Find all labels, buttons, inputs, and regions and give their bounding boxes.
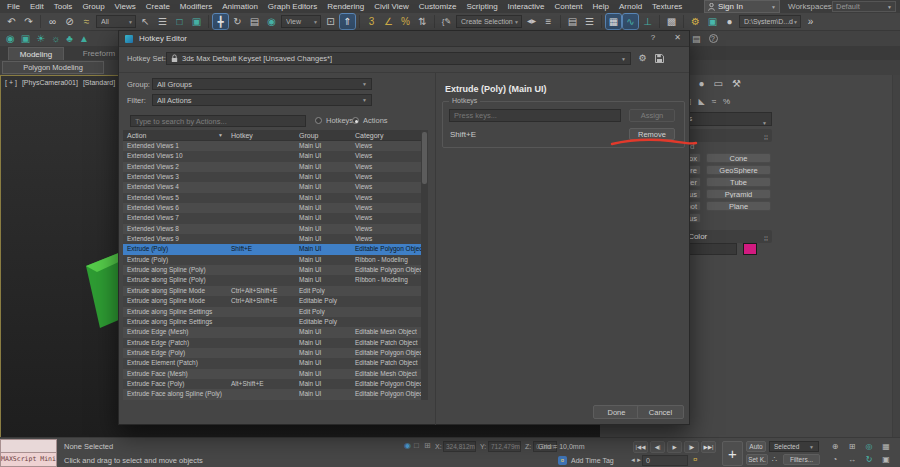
cameras-shortcut-icon[interactable]: ◉ (6, 33, 15, 44)
primitive-button-tube[interactable]: Tube (706, 177, 771, 187)
table-row[interactable]: Extrude Face (Mesh)Main UIEditable Mesh … (123, 369, 421, 379)
menu-item-views[interactable]: Views (110, 0, 141, 13)
primitive-button-cone[interactable]: Cone (706, 153, 771, 163)
remove-button[interactable]: Remove (629, 128, 675, 140)
previous-frame-button[interactable]: ◀| (650, 441, 665, 453)
motion-panel-icon[interactable]: ● (698, 78, 704, 89)
menu-item-rendering[interactable]: Rendering (322, 0, 369, 13)
maximize-viewport-icon[interactable]: ▣ (878, 454, 894, 466)
toolbar-overflow-icon[interactable]: » (803, 14, 818, 29)
project-folder-dropdown[interactable]: D:\System\D...ds Max 2021▼ (739, 15, 801, 28)
menu-item-textures[interactable]: Textures (647, 0, 687, 13)
unlink-selection-icon[interactable]: ⊘ (62, 14, 77, 29)
frame-spinner-icon[interactable]: ◄► (630, 457, 642, 463)
table-row[interactable]: Extrude along Spline ModeCtrl+Alt+Shift+… (123, 296, 421, 306)
menu-item-civil-view[interactable]: Civil View (369, 0, 414, 13)
curve-editor-icon[interactable]: ∿ (623, 14, 638, 29)
zoom-icon[interactable]: ⊕ (827, 441, 843, 453)
toggle-ribbon-icon[interactable]: ▦ (606, 14, 621, 29)
select-and-scale-icon[interactable]: ▤ (247, 14, 262, 29)
sign-in-button[interactable]: Sign In ▼ (704, 0, 780, 13)
go-to-end-button[interactable]: ▶▶| (701, 441, 716, 453)
key-filters-button[interactable]: Filters... (783, 454, 820, 465)
viewport-label-segment-2[interactable]: [Standard] (83, 79, 115, 86)
table-row[interactable]: Extrude Face along Spline (Poly)Main UIE… (123, 389, 421, 399)
menu-item-animation[interactable]: Animation (217, 0, 263, 13)
snaps-toggle-icon[interactable]: 3 (364, 14, 379, 29)
tab-polygon-modeling[interactable]: Polygon Modeling (2, 61, 104, 74)
pan-icon[interactable]: ↔ (844, 454, 860, 466)
group-dropdown[interactable]: All Groups ▼ (152, 78, 372, 90)
save-keyset-button[interactable] (653, 52, 666, 65)
utilities-panel-icon[interactable]: ⚒ (732, 78, 741, 89)
select-and-rotate-icon[interactable]: ↻ (230, 14, 245, 29)
key-mode-icon[interactable]: ¤ (693, 455, 697, 464)
zoom-region-icon[interactable]: ▦ (878, 441, 894, 453)
toggle-layer-explorer-icon[interactable]: ☰ (582, 14, 597, 29)
render-setup-icon[interactable]: ⚙ (688, 14, 703, 29)
foliage-shortcut-icon[interactable]: ♣ (66, 33, 73, 44)
object-color-swatch[interactable] (743, 243, 757, 255)
menu-item-file[interactable]: File (2, 0, 25, 13)
viewport-label-segment-0[interactable]: [ + ] (5, 79, 17, 86)
menu-item-modifiers[interactable]: Modifiers (175, 0, 217, 13)
percent-snap-toggle-icon[interactable]: % (398, 14, 413, 29)
material-editor-icon[interactable]: ▩ (664, 14, 679, 29)
helpers-category-icon[interactable]: ◣ (699, 97, 705, 106)
use-pivot-point-center-icon[interactable]: ⊡ (323, 14, 338, 29)
table-scrollbar[interactable] (421, 130, 428, 400)
press-keys-input[interactable] (449, 109, 621, 122)
column-header-hotkey[interactable]: Hotkey (227, 130, 295, 140)
actions-radio[interactable] (352, 117, 359, 124)
field-of-view-icon[interactable]: ◔ (827, 454, 843, 466)
play-button[interactable]: ▶ (667, 441, 682, 453)
dialog-close-button[interactable]: ✕ (671, 33, 684, 42)
menu-item-content[interactable]: Content (550, 0, 588, 13)
next-frame-button[interactable]: |▶ (684, 441, 699, 453)
time-tag-icon[interactable]: ¤ (558, 456, 567, 465)
select-by-name-icon[interactable]: ☰ (155, 14, 170, 29)
menu-item-group[interactable]: Group (77, 0, 109, 13)
table-row[interactable]: Extrude Edge (Patch)Main UIEditable Patc… (123, 338, 421, 348)
mirror-icon[interactable]: ◀▶ (524, 14, 539, 29)
viewport-label-segment-1[interactable]: [PhysCamera001] (22, 79, 78, 86)
column-header-category[interactable]: Category (351, 130, 421, 140)
rendered-frame-window-icon[interactable]: ▣ (705, 14, 720, 29)
filter-dropdown[interactable]: All Actions ▼ (152, 94, 372, 106)
menu-item-help[interactable]: Help (588, 0, 614, 13)
menu-item-graph-editors[interactable]: Graph Editors (263, 0, 322, 13)
table-row[interactable]: Extrude (Poly)Shift+EMain UIEditable Pol… (123, 244, 421, 254)
table-row[interactable]: Extrude along Spline SettingsEditable Po… (123, 317, 421, 327)
zoom-all-icon[interactable]: ⊞ (844, 441, 860, 453)
column-header-group[interactable]: Group (295, 130, 351, 140)
light-shortcut-icon[interactable]: ☀ (36, 33, 45, 44)
table-row[interactable]: Extrude Face (Poly)Alt+Shift+EMain UIEdi… (123, 379, 421, 389)
systems-category-icon[interactable]: % (723, 97, 730, 106)
cancel-button[interactable]: Cancel (637, 405, 684, 419)
y-coordinate-field[interactable]: 712,479mm (488, 441, 521, 452)
table-row[interactable]: Extrude along Spline ModeCtrl+Alt+Shift+… (123, 286, 421, 296)
table-row[interactable]: Extended Views 2Main UIViews (123, 162, 421, 172)
table-row[interactable]: Extrude Edge (Mesh)Main UIEditable Mesh … (123, 327, 421, 337)
documentation-icon[interactable]: ▤ (692, 34, 701, 44)
primitive-button-geosphere[interactable]: GeoSphere (706, 165, 771, 175)
isolate-selection-icon[interactable]: ◉ (404, 441, 411, 450)
undo-icon[interactable]: ↶ (4, 14, 19, 29)
auto-key-button[interactable]: Auto (746, 441, 766, 452)
spinner-snap-toggle-icon[interactable]: ⇅ (415, 14, 430, 29)
done-button[interactable]: Done (593, 405, 640, 419)
dialog-title-bar[interactable]: Hotkey Editor (119, 31, 689, 47)
table-row[interactable]: Extended Views 4Main UIViews (123, 182, 421, 192)
table-row[interactable]: Extrude along Spline (Poly)Main UIRibbon… (123, 275, 421, 285)
menu-item-interactive[interactable]: Interactive (503, 0, 550, 13)
go-to-start-button[interactable]: |◀◀ (633, 441, 648, 453)
table-row[interactable]: Extended Views 5Main UIViews (123, 193, 421, 203)
window-crossing-icon[interactable]: ▣ (189, 14, 204, 29)
table-row[interactable]: Extrude along Spline SettingsEdit Poly (123, 307, 421, 317)
table-row[interactable]: Extrude Edge (Poly)Main UIEditable Polyg… (123, 348, 421, 358)
redo-icon[interactable]: ↷ (21, 14, 36, 29)
sun-shortcut-icon[interactable]: ☼ (51, 33, 60, 44)
select-and-link-icon[interactable]: ∞ (45, 14, 60, 29)
table-row[interactable]: Extrude along Spline (Poly)Main UIEditab… (123, 265, 421, 275)
rectangular-selection-region-icon[interactable]: □ (172, 14, 187, 29)
